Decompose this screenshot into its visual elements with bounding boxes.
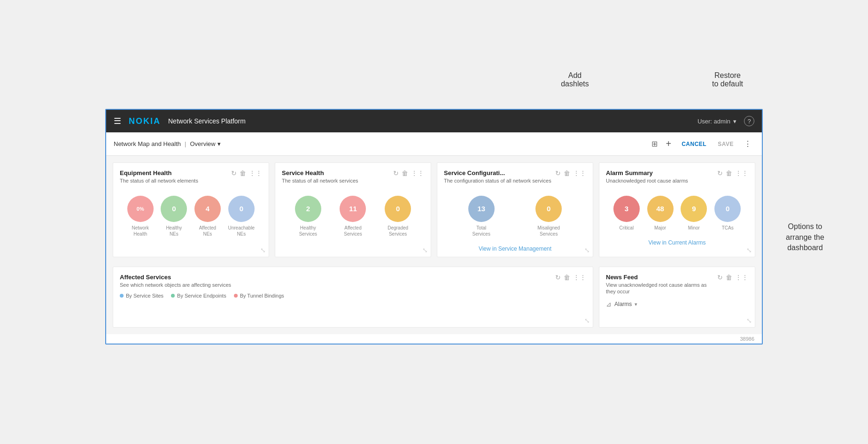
metric-major: 48 Major <box>647 196 674 231</box>
annotation-restore: Restoreto default <box>702 71 753 88</box>
dashlet-header: Alarm Summary Unacknowledged root cause … <box>606 169 748 184</box>
service-config-subtitle: The configuration status of all network … <box>444 177 555 184</box>
hamburger-icon[interactable]: ☰ <box>114 116 121 126</box>
service-config-title: Service Configurati... <box>444 169 555 176</box>
affected-services-circle: 11 <box>340 196 366 222</box>
network-health-circle: 0% <box>127 196 154 222</box>
total-services-circle: 13 <box>468 196 495 222</box>
service-health-metrics: 2 HealthyServices 11 AffectedServices 0 … <box>282 186 424 241</box>
refresh-icon[interactable]: ↻ <box>555 169 561 177</box>
refresh-icon[interactable]: ↻ <box>717 274 723 281</box>
dashboard-grid-row2: Affected Services See which network obje… <box>106 264 762 334</box>
news-feed-dashlet: News Feed View unacknowledged root cause… <box>599 267 755 328</box>
resize-handle[interactable]: ⤡ <box>260 246 266 254</box>
help-label: ? <box>747 118 751 125</box>
breadcrumb-main: Network Map and Health <box>114 140 181 147</box>
dashlet-layout-icon[interactable]: ⊞ <box>650 138 659 150</box>
degraded-services-circle: 0 <box>385 196 411 222</box>
major-label: Major <box>654 225 666 231</box>
view-chevron-icon: ▾ <box>217 140 221 147</box>
metric-tcas: 0 TCAs <box>714 196 741 231</box>
sub-toolbar: Network Map and Health | Overview ▾ ⊞ + … <box>106 132 762 156</box>
alarm-summary-dashlet: Alarm Summary Unacknowledged root cause … <box>599 162 755 257</box>
app-title: Network Services Platform <box>168 117 246 125</box>
affected-services-label: AffectedServices <box>344 225 362 237</box>
resize-handle[interactable]: ⤡ <box>422 246 428 254</box>
top-navbar: ☰ NOKIA Network Services Platform User: … <box>106 110 762 132</box>
user-chevron-icon: ▾ <box>733 118 736 125</box>
legend-service-sites-label: By Service Sites <box>126 293 163 299</box>
equipment-health-dashlet: Equipment Health The status of all netwo… <box>113 162 269 257</box>
dashlet-header: Service Configurati... The configuration… <box>444 169 586 184</box>
alarms-filter-label[interactable]: Alarms <box>614 301 632 307</box>
total-services-label: TotalServices <box>473 225 490 237</box>
service-config-metrics: 13 TotalServices 0 MisalignedServices <box>444 186 586 241</box>
view-current-alarms-link[interactable]: View in Current Alarms <box>606 239 748 246</box>
dashlet-header: News Feed View unacknowledged root cause… <box>606 274 748 295</box>
add-dashlet-button[interactable]: + <box>663 137 674 151</box>
legend-service-endpoints: By Service Endpoints <box>171 293 226 299</box>
misaligned-services-label: MisalignedServices <box>537 225 560 237</box>
refresh-icon[interactable]: ↻ <box>717 169 723 177</box>
delete-icon[interactable]: 🗑 <box>240 169 246 177</box>
metric-healthy-nes: 0 HealthyNEs <box>161 196 187 237</box>
refresh-icon[interactable]: ↻ <box>555 274 561 281</box>
news-feed-title: News Feed <box>606 274 717 281</box>
delete-icon[interactable]: 🗑 <box>726 274 732 281</box>
resize-handle[interactable]: ⤡ <box>584 317 590 324</box>
delete-icon[interactable]: 🗑 <box>564 274 570 281</box>
healthy-nes-circle: 0 <box>161 196 187 222</box>
view-dropdown[interactable]: Overview ▾ <box>190 140 220 147</box>
affected-services-legend: By Service Sites By Service Endpoints By… <box>120 293 586 299</box>
filter-chevron[interactable]: ▾ <box>635 301 637 307</box>
cancel-button[interactable]: CANCEL <box>678 139 710 149</box>
resize-handle[interactable]: ⤡ <box>746 317 752 324</box>
service-health-title: Service Health <box>282 169 393 176</box>
tcas-label: TCAs <box>722 225 734 231</box>
tcas-circle: 0 <box>714 196 741 222</box>
view-service-management-link[interactable]: View in Service Management <box>444 245 586 252</box>
resize-handle[interactable]: ⤡ <box>584 246 590 254</box>
metric-affected-services: 11 AffectedServices <box>340 196 366 237</box>
user-dropdown[interactable]: User: admin ▾ <box>698 118 736 125</box>
critical-label: Critical <box>620 225 634 231</box>
help-icon[interactable]: ? <box>744 116 754 126</box>
major-circle: 48 <box>647 196 674 222</box>
healthy-services-circle: 2 <box>295 196 321 222</box>
news-feed-subtitle: View unacknowledged root cause alarms as… <box>606 282 717 295</box>
resize-handle[interactable]: ⤡ <box>746 246 752 254</box>
delete-icon[interactable]: 🗑 <box>726 169 732 177</box>
save-button[interactable]: SAVE <box>714 139 737 149</box>
drag-icon[interactable]: ⋮⋮ <box>411 169 424 177</box>
more-options-button[interactable]: ⋮ <box>741 138 754 150</box>
drag-icon[interactable]: ⋮⋮ <box>573 274 586 281</box>
annotation-add-dashlets: Adddashlets <box>551 71 598 88</box>
legend-tunnel-bindings-label: By Tunnel Bindings <box>240 293 284 299</box>
metric-degraded-services: 0 DegradedServices <box>385 196 411 237</box>
drag-icon[interactable]: ⋮⋮ <box>573 169 586 177</box>
delete-icon[interactable]: 🗑 <box>402 169 408 177</box>
metric-minor: 9 Minor <box>681 196 707 231</box>
affected-nes-circle: 4 <box>194 196 221 222</box>
metric-network-health: 0% NetworkHealth <box>127 196 154 237</box>
equipment-health-metrics: 0% NetworkHealth 0 HealthyNEs 4 Affected… <box>120 186 262 241</box>
dashlet-header: Service Health The status of all network… <box>282 169 424 184</box>
dashlet-header: Affected Services See which network obje… <box>120 274 586 288</box>
misaligned-services-circle: 0 <box>535 196 562 222</box>
drag-icon[interactable]: ⋮⋮ <box>735 274 748 281</box>
equipment-health-title: Equipment Health <box>120 169 231 176</box>
drag-icon[interactable]: ⋮⋮ <box>249 169 262 177</box>
legend-service-endpoints-label: By Service Endpoints <box>177 293 226 299</box>
unreachable-nes-label: UnreachableNEs <box>228 225 255 237</box>
page-number: 38986 <box>106 334 762 344</box>
delete-icon[interactable]: 🗑 <box>564 169 570 177</box>
drag-icon[interactable]: ⋮⋮ <box>735 169 748 177</box>
legend-dot-pink <box>234 294 238 298</box>
dashlet-header: Equipment Health The status of all netwo… <box>120 169 262 184</box>
alarm-summary-metrics: 3 Critical 48 Major 9 Minor 0 TCAs <box>606 186 748 235</box>
dashlet-controls: ↻ 🗑 ⋮⋮ <box>717 274 748 281</box>
refresh-icon[interactable]: ↻ <box>393 169 399 177</box>
critical-circle: 3 <box>613 196 640 222</box>
refresh-icon[interactable]: ↻ <box>231 169 237 177</box>
service-health-dashlet: Service Health The status of all network… <box>275 162 431 257</box>
